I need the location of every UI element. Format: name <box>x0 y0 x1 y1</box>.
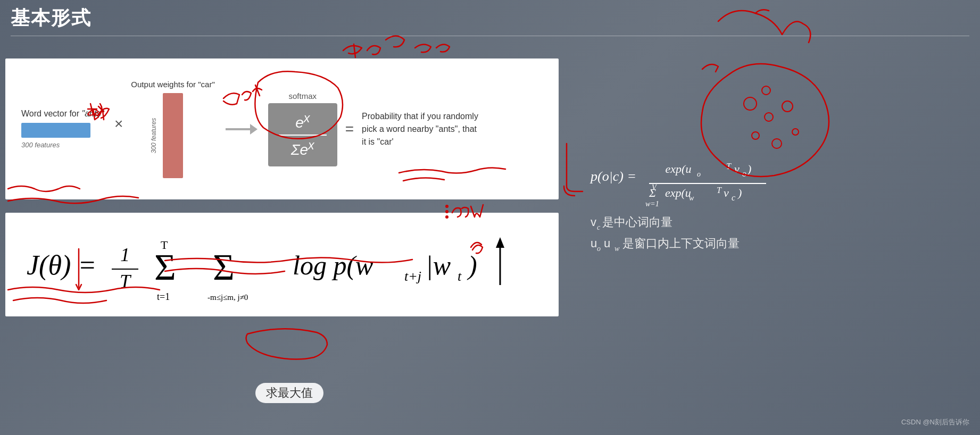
output-label: Output weights for "car" <box>131 80 214 89</box>
svg-text:c: c <box>732 193 735 202</box>
title-divider <box>11 36 969 36</box>
svg-point-42 <box>765 113 773 121</box>
svg-text:Σ: Σ <box>154 247 176 288</box>
right-formula-svg: p(o|c) = exp(u T v o ) o Σ w=1 V exp(u T… <box>585 149 947 266</box>
formula-ex: ex <box>279 111 327 135</box>
svg-text:p(o|c) =: p(o|c) = <box>589 169 636 184</box>
svg-point-46 <box>792 129 799 135</box>
word-vector-label: Word vector for "ants" <box>21 109 104 119</box>
arrow-section <box>226 121 258 137</box>
svg-text:t: t <box>458 269 462 284</box>
svg-text:o: o <box>742 169 746 178</box>
svg-text:v: v <box>734 162 740 175</box>
main-formula-svg: J(θ) = 1 T Σ t=1 T Σ -m≤j≤m, j≠0 log p(w… <box>21 221 543 306</box>
svg-text:w: w <box>614 245 620 253</box>
svg-point-43 <box>782 101 793 112</box>
svg-text:T: T <box>120 271 132 292</box>
svg-point-48 <box>445 205 449 208</box>
svg-text:exp(u: exp(u <box>666 162 692 175</box>
watermark: CSDN @N刻后告诉你 <box>901 417 969 427</box>
svg-text:w: w <box>689 194 694 202</box>
page-container: 基本形式 Word vector for "ants" 300 features… <box>0 0 980 435</box>
svg-text:c: c <box>597 223 601 231</box>
svg-text:T: T <box>726 162 732 171</box>
svg-text:o: o <box>597 245 601 253</box>
diagram-box: Word vector for "ants" 300 features × Ou… <box>5 58 559 199</box>
output-weights-section: Output weights for "car" 300 features <box>131 80 214 178</box>
svg-point-47 <box>762 86 770 95</box>
blue-bar <box>21 123 90 138</box>
word-vector-section: Word vector for "ants" 300 features <box>21 109 106 149</box>
pink-tall-bar: 300 features <box>163 93 183 178</box>
title-area: 基本形式 <box>11 5 969 36</box>
svg-text:T: T <box>161 238 168 252</box>
probability-text: Probability that if you randomly pick a … <box>362 110 479 148</box>
multiply-sign: × <box>114 115 123 143</box>
svg-text:): ) <box>737 186 742 199</box>
svg-text:1: 1 <box>120 244 130 265</box>
formula-content: J(θ) = 1 T Σ t=1 T Σ -m≤j≤m, j≠0 log p(w… <box>21 221 543 308</box>
svg-text:w=1: w=1 <box>645 200 659 208</box>
svg-text:): ) <box>746 162 751 175</box>
svg-text:u: u <box>604 237 610 250</box>
svg-text:u: u <box>591 237 597 250</box>
svg-point-44 <box>752 132 759 139</box>
formula-box: J(θ) = 1 T Σ t=1 T Σ -m≤j≤m, j≠0 log p(w… <box>5 213 559 316</box>
svg-text:Σ: Σ <box>213 247 235 288</box>
equals-sign: = <box>345 121 354 138</box>
svg-point-45 <box>772 139 782 148</box>
svg-text:): ) <box>467 250 477 280</box>
svg-text:t+j: t+j <box>404 269 421 284</box>
right-formula-area: p(o|c) = exp(u T v o ) o Σ w=1 V exp(u T… <box>585 149 969 268</box>
svg-text:|w: |w <box>426 250 451 280</box>
arrow-right-icon <box>226 121 258 137</box>
svg-text:t=1: t=1 <box>157 291 170 302</box>
formula-sumex: Σex <box>279 138 327 158</box>
page-title: 基本形式 <box>11 5 969 31</box>
softmax-box: ex Σex <box>268 103 337 166</box>
svg-marker-15 <box>496 237 504 248</box>
svg-text:v: v <box>591 215 596 229</box>
svg-text:o: o <box>697 170 701 178</box>
seek-max-label: 求最大值 <box>255 383 323 403</box>
svg-text:log p(w: log p(w <box>293 250 373 280</box>
svg-text:V: V <box>652 183 657 191</box>
softmax-label: softmax <box>288 91 317 101</box>
svg-text:T: T <box>717 186 722 195</box>
svg-text:v: v <box>724 186 729 199</box>
svg-text:-m≤j≤m, j≠0: -m≤j≤m, j≠0 <box>207 293 248 302</box>
svg-text:exp(u: exp(u <box>665 186 691 199</box>
svg-point-41 <box>744 97 757 110</box>
svg-text:是中心词向量: 是中心词向量 <box>602 215 672 229</box>
features-label: 300 features <box>21 141 60 149</box>
svg-text:J(θ) =: J(θ) = <box>27 250 96 281</box>
features-vertical: 300 features <box>150 118 157 154</box>
softmax-section: softmax ex Σex <box>268 91 337 166</box>
diagram-inner: Word vector for "ants" 300 features × Ou… <box>5 58 559 199</box>
svg-text:是窗口内上下文词向量: 是窗口内上下文词向量 <box>622 237 740 250</box>
